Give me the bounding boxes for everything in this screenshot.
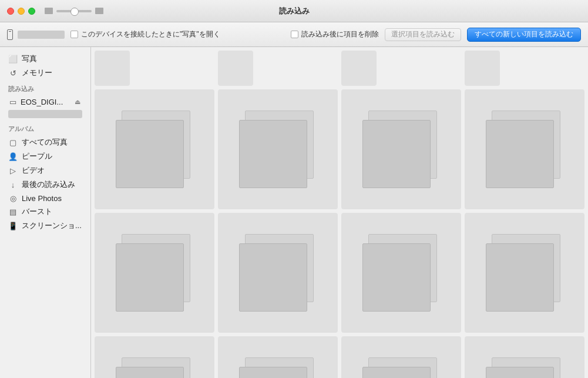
photo-cell-2-3[interactable] xyxy=(341,213,461,333)
sidebar-item-last-import[interactable]: ↓ 最後の読み込み xyxy=(0,178,90,192)
traffic-lights xyxy=(7,8,35,15)
open-photos-checkbox[interactable] xyxy=(70,31,78,38)
sidebar-item-screenshots[interactable]: 📱 スクリーンショ... xyxy=(0,219,90,233)
photo-stack xyxy=(486,234,564,312)
sidebar: ⬜ 写真 ↺ メモリー 読み込み ▭ EOS_DIGI... ⏏ アルバム ▢ … xyxy=(0,47,91,378)
photo-stack xyxy=(239,111,317,189)
photo-stack xyxy=(362,357,441,378)
photo-stack xyxy=(362,234,441,312)
sidebar-item-all-photos[interactable]: ▢ すべての写真 xyxy=(0,135,90,149)
close-button[interactable] xyxy=(7,8,14,15)
last-import-icon: ↓ xyxy=(8,180,18,189)
photo-cell-1-3[interactable] xyxy=(341,89,461,209)
photo-stack-front xyxy=(116,367,184,378)
sidebar-item-memories[interactable]: ↺ メモリー xyxy=(0,66,90,80)
photo-cell-1-1[interactable] xyxy=(95,89,214,209)
photo-stack-front xyxy=(239,367,308,378)
import-all-button[interactable]: すべての新しい項目を読み込む xyxy=(467,28,581,42)
live-photos-icon: ◎ xyxy=(8,193,18,203)
photo-stack-front xyxy=(239,243,308,312)
sidebar-device-row[interactable]: ▭ EOS_DIGI... ⏏ xyxy=(0,95,90,108)
delete-after-import-group: 読み込み後に項目を削除 xyxy=(291,29,379,39)
device-name-box xyxy=(18,31,65,39)
minimize-button[interactable] xyxy=(18,8,25,15)
photo-stack-front xyxy=(116,243,184,312)
memories-icon: ↺ xyxy=(8,68,18,78)
import-selected-button[interactable]: 選択項目を読み込む xyxy=(385,28,461,41)
photo-stack-front xyxy=(486,243,555,312)
sidebar-photos-label: 写真 xyxy=(22,53,37,64)
content-area xyxy=(91,47,588,378)
photo-stack xyxy=(362,111,441,189)
photo-cell-partial-4[interactable] xyxy=(465,51,500,86)
open-photos-checkbox-group: このデバイスを接続したときに"写真"を開く xyxy=(70,29,220,39)
delete-after-import-label: 読み込み後に項目を削除 xyxy=(301,29,379,39)
photo-stack-front xyxy=(486,120,555,189)
photo-stack-front xyxy=(486,367,555,378)
photo-stack xyxy=(116,234,194,312)
photo-cell-3-4[interactable] xyxy=(465,336,584,378)
sidebar-item-video[interactable]: ▷ ビデオ xyxy=(0,163,90,178)
titlebar: 読み込み xyxy=(0,0,588,22)
photo-stack-front xyxy=(362,243,431,312)
sidebar-memories-label: メモリー xyxy=(22,68,52,78)
photo-stack xyxy=(239,234,317,312)
grid-icon xyxy=(95,8,103,14)
sidebar-screenshots-label: スクリーンショ... xyxy=(22,220,82,231)
import-section-label: 読み込み xyxy=(0,80,90,95)
sidebar-burst-label: バースト xyxy=(22,206,52,217)
device-section xyxy=(7,29,65,40)
photo-stack xyxy=(486,111,564,189)
people-icon: 👤 xyxy=(8,152,18,161)
photo-stack-front xyxy=(116,120,184,189)
photo-cell-partial-3[interactable] xyxy=(341,51,377,86)
sidebar-item-photos[interactable]: ⬜ 写真 xyxy=(0,52,90,66)
photo-grid-top-partial xyxy=(95,51,584,86)
eject-button[interactable]: ⏏ xyxy=(73,97,82,106)
open-photos-label: このデバイスを接続したときに"写真"を開く xyxy=(81,29,220,39)
photo-cell-2-2[interactable] xyxy=(218,213,338,333)
delete-after-import-checkbox[interactable] xyxy=(291,31,298,38)
sidebar-video-label: ビデオ xyxy=(22,165,45,176)
sidebar-device-name: EOS_DIGI... xyxy=(21,98,63,106)
all-photos-icon: ▢ xyxy=(8,138,18,147)
photo-cell-2-4[interactable] xyxy=(465,213,584,333)
zoom-slider[interactable] xyxy=(56,10,92,12)
window-title: 読み込み xyxy=(279,6,310,16)
maximize-button[interactable] xyxy=(28,8,35,15)
photo-grid-main xyxy=(95,89,584,378)
photo-cell-partial-2[interactable] xyxy=(218,51,253,86)
photo-cell-partial-1[interactable] xyxy=(95,51,130,86)
photo-stack xyxy=(239,357,317,378)
disk-icon: ▭ xyxy=(8,97,18,106)
photo-cell-3-2[interactable] xyxy=(218,336,338,378)
sidebar-item-burst[interactable]: ▤ バースト xyxy=(0,205,90,219)
photos-icon: ⬜ xyxy=(8,54,18,63)
device-icon xyxy=(7,29,13,40)
photo-stack xyxy=(116,111,194,189)
sidebar-item-device-thumb[interactable] xyxy=(0,108,90,120)
sidebar-item-live-photos[interactable]: ◎ Live Photos xyxy=(0,192,90,205)
sidebar-all-photos-label: すべての写真 xyxy=(22,137,68,148)
sidebar-last-import-label: 最後の読み込み xyxy=(22,179,75,190)
photo-stack xyxy=(116,357,194,378)
device-thumbnail xyxy=(8,110,82,118)
album-section-label: アルバム xyxy=(0,120,90,135)
sidebar-live-photos-label: Live Photos xyxy=(22,194,62,203)
photo-cell-3-3[interactable] xyxy=(341,336,461,378)
screenshots-icon: 📱 xyxy=(8,221,18,230)
photo-cell-1-2[interactable] xyxy=(218,89,338,209)
sidebar-people-label: ピープル xyxy=(22,151,52,162)
burst-icon: ▤ xyxy=(8,207,18,216)
photo-cell-1-4[interactable] xyxy=(465,89,584,209)
photo-cell-3-1[interactable] xyxy=(95,336,214,378)
toolbar: このデバイスを接続したときに"写真"を開く 読み込み後に項目を削除 選択項目を読… xyxy=(0,22,588,47)
sidebar-item-people[interactable]: 👤 ピープル xyxy=(0,149,90,163)
titlebar-controls xyxy=(45,8,103,14)
photo-stack-front xyxy=(239,120,308,189)
photo-cell-2-1[interactable] xyxy=(95,213,214,333)
sidebar-toggle-icon[interactable] xyxy=(45,8,53,14)
photo-stack xyxy=(486,357,564,378)
photo-stack-front xyxy=(362,367,431,378)
photo-stack-front xyxy=(362,120,431,189)
